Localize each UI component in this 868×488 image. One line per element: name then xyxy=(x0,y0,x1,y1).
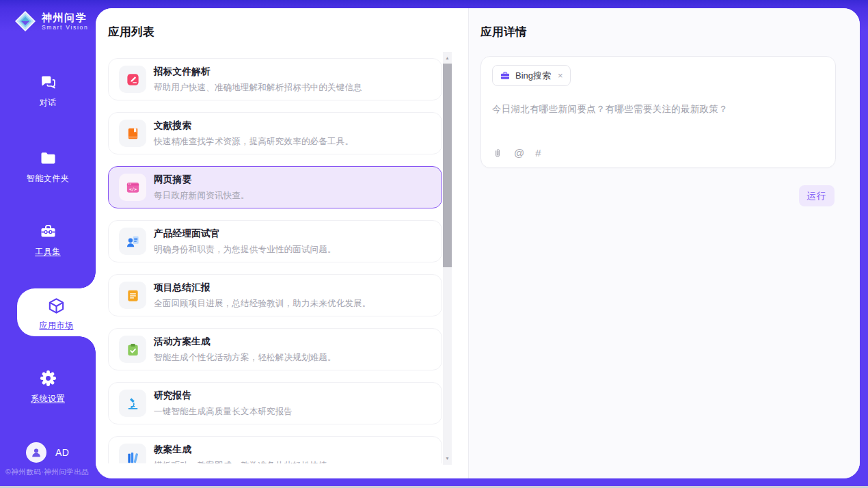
app-list-title: 应用列表 xyxy=(108,25,154,40)
app-title: 招标文件解析 xyxy=(154,66,362,78)
app-description: 快速精准查找学术资源，提高研究效率的必备工具。 xyxy=(154,136,353,148)
scroll-up-arrow-icon[interactable]: ▲ xyxy=(443,55,452,61)
user-icon xyxy=(30,446,42,459)
gear-icon xyxy=(39,378,57,390)
run-button[interactable]: 运行 xyxy=(799,185,835,206)
clipboard-check-icon xyxy=(119,336,146,363)
prompt-text[interactable]: 今日湖北有哪些新闻要点？有哪些需要关注的最新政策？ xyxy=(492,103,824,116)
sidebar-item-settings[interactable]: 系统设置 xyxy=(0,369,96,405)
app-card[interactable]: 招标文件解析帮助用户快速、准确地理解和解析招标书中的关键信息 xyxy=(108,58,442,100)
paperclip-icon[interactable] xyxy=(492,148,503,159)
tool-tag[interactable]: Bing搜索 × xyxy=(492,65,571,86)
remove-tag-icon[interactable]: × xyxy=(558,70,563,81)
app-card[interactable]: 产品经理面试官明确身份和职责，为您提供专业性的面试问题。 xyxy=(108,220,442,262)
folder-icon xyxy=(39,158,57,170)
sidebar-item-label: 工具集 xyxy=(0,246,96,258)
sidebar-item-label: 对话 xyxy=(0,97,96,109)
user-label: AD xyxy=(55,447,69,458)
app-description: 帮助用户快速、准确地理解和解析招标书中的关键信息 xyxy=(154,82,362,94)
diamond-logo-icon xyxy=(14,10,37,33)
app-description: 全面回顾项目进展，总结经验教训，助力未来优化发展。 xyxy=(154,298,371,310)
browser-code-icon: </> xyxy=(119,174,146,201)
app-title: 文献搜索 xyxy=(154,120,353,132)
sidebar-item-app-market[interactable]: 应用市场 xyxy=(17,288,96,336)
cube-icon xyxy=(47,306,66,317)
scrollbar[interactable]: ▲ ▼ xyxy=(443,52,452,465)
user-row[interactable]: AD xyxy=(26,442,69,463)
app-title: 活动方案生成 xyxy=(154,336,336,348)
svg-text:</>: </> xyxy=(128,186,136,191)
prompt-card: Bing搜索 × 今日湖北有哪些新闻要点？有哪些需要关注的最新政策？ @ # xyxy=(480,56,836,168)
app-description: 模板驱动，教案即成，教学准备从此轻松快捷 xyxy=(154,460,327,464)
microscope-icon xyxy=(119,390,146,417)
app-title: 产品经理面试官 xyxy=(154,228,336,240)
sidebar-item-label: 智能文件夹 xyxy=(0,173,96,185)
scrollbar-thumb[interactable] xyxy=(443,64,452,267)
avatar xyxy=(26,442,46,463)
copyright-footer: ©神州数码·神州问学出品 xyxy=(5,467,89,477)
hash-icon[interactable]: # xyxy=(535,148,541,159)
app-card[interactable]: </>网页摘要每日政府新闻资讯快查。 xyxy=(108,166,442,208)
app-title: 研究报告 xyxy=(154,390,293,402)
document-edit-icon xyxy=(119,66,146,93)
app-card[interactable]: 研究报告一键智能生成高质量长文本研究报告 xyxy=(108,382,442,424)
brand: 神州问学 Smart Vision xyxy=(14,10,88,33)
brand-subtitle: Smart Vision xyxy=(42,24,88,31)
app-list-panel: 应用列表 招标文件解析帮助用户快速、准确地理解和解析招标书中的关键信息文献搜索快… xyxy=(96,8,468,478)
app-card[interactable]: 活动方案生成智能生成个性化活动方案，轻松解决规划难题。 xyxy=(108,328,442,370)
prompt-toolbar: @ # xyxy=(492,148,541,159)
app-description: 每日政府新闻资讯快查。 xyxy=(154,190,249,202)
content-panel: 应用列表 招标文件解析帮助用户快速、准确地理解和解析招标书中的关键信息文献搜索快… xyxy=(96,8,860,478)
sidebar-item-toolset[interactable]: 工具集 xyxy=(0,222,96,258)
chat-icon xyxy=(39,82,57,94)
app-title: 网页摘要 xyxy=(154,174,249,186)
books-icon xyxy=(119,444,146,463)
brand-text: 神州问学 Smart Vision xyxy=(42,12,88,31)
sidebar-item-label: 应用市场 xyxy=(17,320,96,331)
app-description: 一键智能生成高质量长文本研究报告 xyxy=(154,406,293,418)
app-description: 智能生成个性化活动方案，轻松解决规划难题。 xyxy=(154,352,336,364)
brand-name: 神州问学 xyxy=(42,12,88,23)
at-icon[interactable]: @ xyxy=(514,148,524,159)
app-card[interactable]: 教案生成模板驱动，教案即成，教学准备从此轻松快捷 xyxy=(108,436,442,463)
app-detail-title: 应用详情 xyxy=(480,25,527,40)
toolbox-icon xyxy=(39,231,57,243)
interviewer-icon xyxy=(119,228,146,255)
sidebar-item-label: 系统设置 xyxy=(0,393,96,405)
sidebar: 神州问学 Smart Vision 对话智能文件夹工具集应用市场系统设置 AD … xyxy=(0,0,96,488)
app-list: 招标文件解析帮助用户快速、准确地理解和解析招标书中的关键信息文献搜索快速精准查找… xyxy=(108,56,442,463)
app-title: 教案生成 xyxy=(154,444,327,456)
app-card[interactable]: 文献搜索快速精准查找学术资源，提高研究效率的必备工具。 xyxy=(108,112,442,154)
sidebar-item-smart-folder[interactable]: 智能文件夹 xyxy=(0,149,96,185)
app-description: 明确身份和职责，为您提供专业性的面试问题。 xyxy=(154,244,336,256)
briefcase-icon xyxy=(500,70,511,81)
report-note-icon xyxy=(119,282,146,309)
app-title: 项目总结汇报 xyxy=(154,282,371,294)
scroll-down-arrow-icon[interactable]: ▼ xyxy=(443,456,452,461)
sidebar-item-chat[interactable]: 对话 xyxy=(0,73,96,109)
book-icon xyxy=(119,120,146,147)
app-detail-panel: 应用详情 Bing搜索 × 今日湖北有哪些新闻要点？有哪些需要关注的最新政策？ … xyxy=(468,8,860,478)
app-card[interactable]: 项目总结汇报全面回顾项目进展，总结经验教训，助力未来优化发展。 xyxy=(108,274,442,316)
tool-tag-label: Bing搜索 xyxy=(515,70,551,82)
